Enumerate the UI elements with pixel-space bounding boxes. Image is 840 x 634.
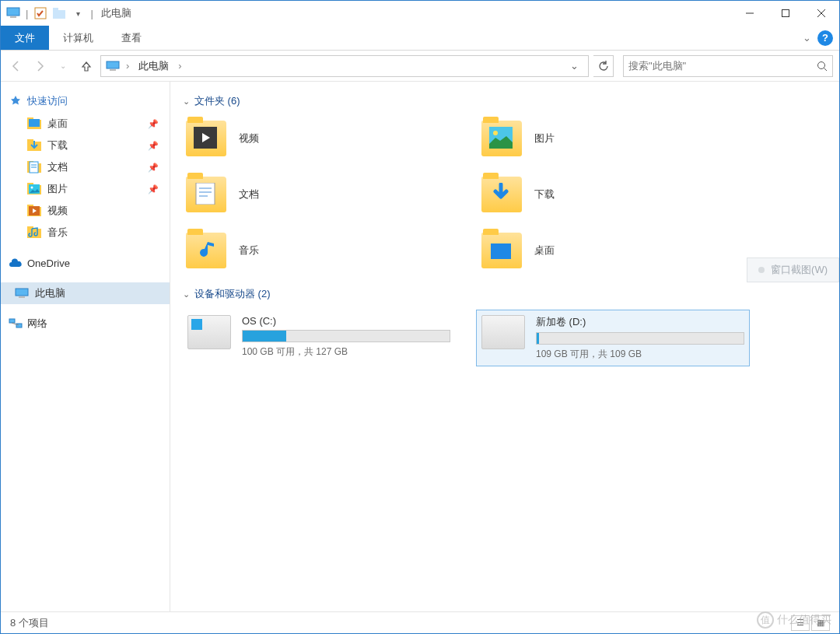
folder-icon (481, 233, 522, 268)
svg-rect-10 (110, 69, 116, 71)
svg-rect-33 (19, 296, 25, 298)
sidebar-item-label: 下载 (47, 138, 68, 152)
sidebar-item-label: 桌面 (47, 117, 68, 131)
folder-icon (27, 138, 41, 152)
sidebar-onedrive[interactable]: OneDrive (1, 251, 170, 275)
folder-item-下载[interactable]: 下载 (478, 173, 743, 215)
pin-icon: 📌 (148, 184, 159, 194)
tab-view[interactable]: 查看 (107, 26, 156, 50)
sidebar-item-桌面[interactable]: 桌面📌 (1, 113, 170, 135)
chevron-right-icon[interactable]: › (124, 60, 131, 72)
sidebar-item-下载[interactable]: 下载📌 (1, 135, 170, 156)
close-button[interactable] (803, 1, 839, 26)
status-item-count: 8 个项目 (10, 616, 49, 630)
svg-rect-35 (16, 324, 22, 328)
folder-item-桌面[interactable]: 桌面 (478, 229, 743, 271)
folder-label: 文档 (239, 187, 259, 201)
nav-recent-dropdown[interactable]: ⌄ (54, 57, 72, 75)
sidebar-this-pc-label: 此电脑 (35, 286, 65, 300)
content-pane: ⌄ 文件夹 (6) 视频图片文档下载音乐桌面 ⌄ 设备和驱动器 (2) OS (… (170, 82, 839, 611)
refresh-button[interactable] (593, 55, 614, 77)
breadcrumb-this-pc[interactable]: 此电脑 (135, 58, 172, 75)
folder-icon (186, 121, 226, 156)
maximize-button[interactable] (768, 1, 803, 26)
section-folders-header[interactable]: ⌄ 文件夹 (6) (183, 94, 827, 108)
ribbon-tabs: 文件 计算机 查看 ⌄ ? (1, 26, 839, 51)
properties-icon[interactable] (33, 5, 48, 21)
chevron-down-icon: ⌄ (183, 96, 190, 107)
svg-point-11 (818, 61, 825, 68)
tab-computer[interactable]: 计算机 (49, 26, 107, 50)
separator: | (90, 8, 93, 19)
section-drives-header[interactable]: ⌄ 设备和驱动器 (2) (183, 287, 827, 301)
sidebar-item-音乐[interactable]: 音乐 (1, 222, 170, 243)
search-icon[interactable] (817, 61, 828, 72)
this-pc-icon (15, 286, 29, 300)
svg-rect-34 (9, 319, 15, 323)
address-bar[interactable]: › 此电脑 › ⌄ (100, 55, 589, 77)
window-controls (732, 1, 839, 26)
chevron-right-icon[interactable]: › (177, 60, 183, 72)
network-icon (9, 317, 23, 331)
sidebar-item-label: 视频 (47, 204, 68, 218)
screenshot-hint: 窗口截图(W) (747, 257, 839, 282)
minimize-button[interactable] (732, 1, 768, 26)
pin-icon: 📌 (148, 141, 159, 151)
star-icon (9, 94, 23, 108)
folder-label: 桌面 (534, 243, 555, 257)
folder-item-视频[interactable]: 视频 (183, 117, 447, 159)
ribbon-expand-icon[interactable]: ⌄ (803, 32, 811, 44)
section-drives-title: 设备和驱动器 (2) (194, 287, 271, 301)
qat-dropdown-icon[interactable]: ▾ (70, 5, 86, 21)
sidebar-quick-access-label: 快速访问 (27, 94, 68, 108)
title-bar: | ▾ | 此电脑 (1, 1, 839, 26)
sidebar-item-label: 图片 (47, 182, 68, 196)
address-dropdown-icon[interactable]: ⌄ (565, 60, 583, 72)
drive-icon (187, 315, 231, 349)
sidebar-item-文档[interactable]: 文档📌 (1, 156, 170, 178)
svg-rect-17 (27, 139, 33, 143)
sidebar-quick-access[interactable]: 快速访问 (1, 89, 170, 113)
drive-capacity-bar (536, 332, 744, 345)
nav-back-button[interactable] (7, 57, 26, 75)
folder-icon (186, 177, 226, 212)
folder-label: 视频 (239, 131, 259, 145)
sidebar-item-图片[interactable]: 图片📌 (1, 178, 170, 200)
drive-item[interactable]: 新加卷 (D:)109 GB 可用，共 109 GB (477, 310, 749, 366)
sidebar-item-视频[interactable]: 视频 (1, 200, 170, 222)
folder-icon (481, 177, 522, 212)
pin-icon: 📌 (148, 163, 159, 173)
status-bar: 8 个项目 ☰ ▦ (1, 611, 839, 633)
drive-capacity-text: 100 GB 可用，共 127 GB (242, 345, 450, 359)
tab-file[interactable]: 文件 (1, 26, 49, 50)
folder-item-文档[interactable]: 文档 (183, 173, 447, 215)
sidebar-network[interactable]: 网络 (1, 312, 170, 335)
sidebar-onedrive-label: OneDrive (27, 257, 70, 269)
folder-icon (186, 233, 226, 268)
drive-item[interactable]: OS (C:)100 GB 可用，共 127 GB (183, 310, 455, 366)
svg-rect-9 (107, 61, 119, 68)
folder-icon (27, 204, 41, 218)
folder-icon (481, 121, 522, 156)
new-folder-icon[interactable] (51, 5, 67, 21)
svg-rect-6 (782, 10, 789, 17)
sidebar-this-pc[interactable]: 此电脑 (1, 282, 170, 304)
folder-label: 下载 (534, 187, 555, 201)
folder-icon (27, 226, 41, 240)
drive-name: OS (C:) (242, 315, 450, 327)
nav-forward-button[interactable] (30, 57, 49, 75)
nav-up-button[interactable] (77, 57, 96, 75)
quick-access-toolbar: | ▾ | 此电脑 (1, 5, 136, 21)
search-box[interactable] (623, 55, 833, 77)
drive-icon (481, 315, 525, 349)
section-folders-title: 文件夹 (6) (194, 94, 240, 108)
separator: | (26, 8, 28, 19)
help-icon[interactable]: ? (817, 30, 833, 46)
svg-point-39 (493, 131, 498, 135)
search-input[interactable] (628, 60, 817, 72)
folder-item-图片[interactable]: 图片 (478, 117, 743, 159)
folder-label: 图片 (534, 131, 555, 145)
folder-item-音乐[interactable]: 音乐 (183, 229, 447, 271)
svg-point-26 (31, 187, 33, 189)
svg-rect-44 (491, 243, 511, 259)
